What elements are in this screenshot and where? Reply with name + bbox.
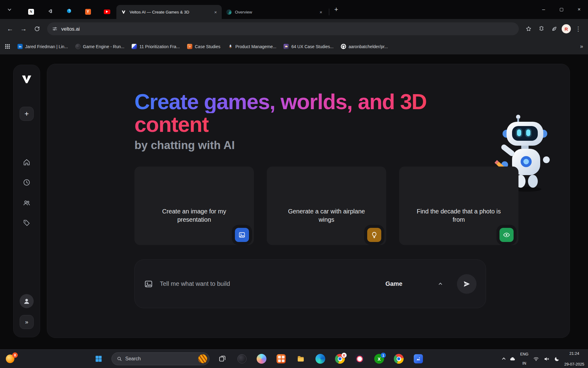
- media-prev-icon: [47, 8, 53, 15]
- send-button[interactable]: [457, 274, 477, 294]
- bookmark-github[interactable]: aaronbatchelder/pr...: [341, 44, 388, 49]
- community-icon[interactable]: [22, 198, 31, 207]
- pinned-tab-notion[interactable]: N: [21, 4, 40, 19]
- hero: Create games, worlds, and 3D content by …: [134, 90, 477, 152]
- bookmark-linkedin[interactable]: inJared Friedman | Lin...: [17, 44, 68, 49]
- new-chat-button[interactable]: +: [20, 107, 34, 121]
- prompt-input[interactable]: [160, 280, 385, 287]
- bookmark-label: Jared Friedman | Lin...: [25, 44, 68, 49]
- minimize-button[interactable]: –: [535, 0, 552, 19]
- mode-selector[interactable]: Game: [385, 280, 442, 287]
- forward-button[interactable]: →: [18, 23, 29, 35]
- taskbar-edge[interactable]: [314, 352, 327, 366]
- taskbar-xbox[interactable]: x 1: [372, 352, 386, 366]
- xbox-badge: 1: [381, 353, 386, 358]
- home-icon[interactable]: [22, 158, 31, 167]
- weather-widget[interactable]: 8: [5, 354, 15, 364]
- tray-expand-button[interactable]: [503, 358, 505, 360]
- suggestion-card-generate[interactable]: Generate a car with airplane wings: [267, 167, 386, 245]
- bookmark-prioritization[interactable]: 11 Prioritization Fra...: [132, 44, 180, 49]
- pinned-tab-hackernews[interactable]: Y: [78, 4, 97, 19]
- linkedin-icon: in: [17, 44, 23, 49]
- clock-widget[interactable]: 21:24 29-07-2025: [564, 351, 584, 367]
- youtube-icon: [104, 10, 110, 14]
- search-input[interactable]: [125, 356, 195, 362]
- volume-muted-button[interactable]: [544, 356, 549, 362]
- tab-overview[interactable]: Overview ×: [222, 5, 327, 19]
- language-indicator[interactable]: ENG IN: [520, 352, 528, 366]
- github-icon: [341, 44, 346, 49]
- taskbar-app-dark[interactable]: [235, 352, 249, 366]
- chrome-profile-badge: R: [341, 353, 347, 358]
- sidebar-expand-button[interactable]: »: [20, 315, 34, 329]
- photos-icon: [414, 354, 423, 363]
- screen: N Y Veltos AI — Create Games & 3D × Over…: [0, 0, 588, 368]
- pinned-tab-media[interactable]: [40, 4, 59, 19]
- user-avatar[interactable]: [20, 294, 34, 308]
- address-bar[interactable]: veltos.ai: [47, 22, 519, 35]
- profile-avatar[interactable]: R: [562, 24, 571, 33]
- bookmarks-overflow-button[interactable]: »: [580, 43, 583, 50]
- bookmarks-bar: inJared Friedman | Lin... Game Engine - …: [0, 39, 588, 55]
- framework-icon: [132, 44, 137, 49]
- close-window-button[interactable]: ×: [570, 0, 588, 19]
- bookmark-star-button[interactable]: [523, 23, 534, 34]
- extensions-button[interactable]: [536, 23, 547, 34]
- tab-veltos[interactable]: Veltos AI — Create Games & 3D ×: [116, 5, 222, 19]
- bookmark-label: 11 Prioritization Fra...: [139, 44, 180, 49]
- dark-app-icon: [237, 354, 247, 363]
- bookmark-game-engine[interactable]: Game Engine - Run...: [75, 44, 124, 49]
- maximize-button[interactable]: [552, 0, 570, 19]
- chevron-down-icon: [8, 7, 11, 11]
- suggestion-card-decade[interactable]: Find the decade that a photo is from: [399, 167, 518, 245]
- tab-separator: [329, 9, 329, 15]
- search-highlight-image[interactable]: [198, 354, 207, 363]
- apps-grid-icon[interactable]: [5, 44, 10, 49]
- taskbar-search[interactable]: [111, 352, 209, 365]
- taskbar-photos[interactable]: [412, 352, 425, 366]
- tag-icon[interactable]: [22, 218, 31, 228]
- task-view-button[interactable]: [216, 352, 229, 366]
- overview-favicon: [226, 9, 232, 15]
- bookmark-ux-case-studies[interactable]: 64 UX Case Studies...: [284, 44, 334, 49]
- moon-icon: [554, 356, 560, 362]
- start-button[interactable]: [92, 352, 105, 366]
- pinned-tab-engine[interactable]: [59, 4, 78, 19]
- close-tab-icon[interactable]: ×: [213, 9, 219, 15]
- lang-bottom: IN: [522, 361, 526, 366]
- bookmark-product-management[interactable]: Product Manageme...: [228, 44, 277, 49]
- card-text: Find the decade that a photo is from: [399, 188, 518, 224]
- suggestion-card-image[interactable]: Create an image for my presentation: [134, 167, 254, 245]
- ux-studies-icon: [284, 44, 289, 49]
- chevron-up-icon: [439, 282, 442, 286]
- browser-menu-button[interactable]: ⋮: [573, 23, 584, 34]
- history-icon[interactable]: [22, 178, 31, 187]
- taskbar-copilot[interactable]: [255, 352, 268, 366]
- sidebar-bottom: »: [20, 294, 34, 329]
- site-settings-icon[interactable]: [52, 26, 58, 32]
- bookmark-label: aaronbatchelder/pr...: [349, 44, 388, 49]
- bookmark-case-studies[interactable]: Case Studies: [187, 44, 220, 49]
- pinned-tab-youtube[interactable]: [97, 4, 116, 19]
- performance-button[interactable]: [549, 23, 560, 34]
- taskbar-chrome-2[interactable]: [392, 352, 405, 366]
- reload-button[interactable]: [31, 23, 43, 35]
- back-button[interactable]: ←: [4, 23, 16, 35]
- suggestion-cards: Create an image for my presentation Gene…: [134, 167, 518, 245]
- eye-icon: [499, 228, 514, 242]
- night-mode-button[interactable]: [554, 356, 560, 362]
- taskbar-app-purple[interactable]: [353, 352, 366, 366]
- taskbar-file-explorer[interactable]: [294, 352, 307, 366]
- taskbar-m365[interactable]: [274, 352, 288, 366]
- wifi-button[interactable]: [533, 356, 539, 362]
- taskbar-chrome[interactable]: R: [333, 352, 347, 366]
- speaker-muted-icon: [544, 356, 549, 362]
- new-tab-button[interactable]: +: [331, 4, 341, 15]
- prompt-bar[interactable]: Game: [134, 259, 486, 308]
- close-tab-icon[interactable]: ×: [318, 9, 324, 15]
- reload-icon: [34, 26, 40, 32]
- tab-search-button[interactable]: [5, 5, 14, 14]
- onedrive-button[interactable]: [510, 356, 515, 362]
- time-text: 21:24: [569, 351, 579, 356]
- attach-image-icon[interactable]: [144, 279, 153, 289]
